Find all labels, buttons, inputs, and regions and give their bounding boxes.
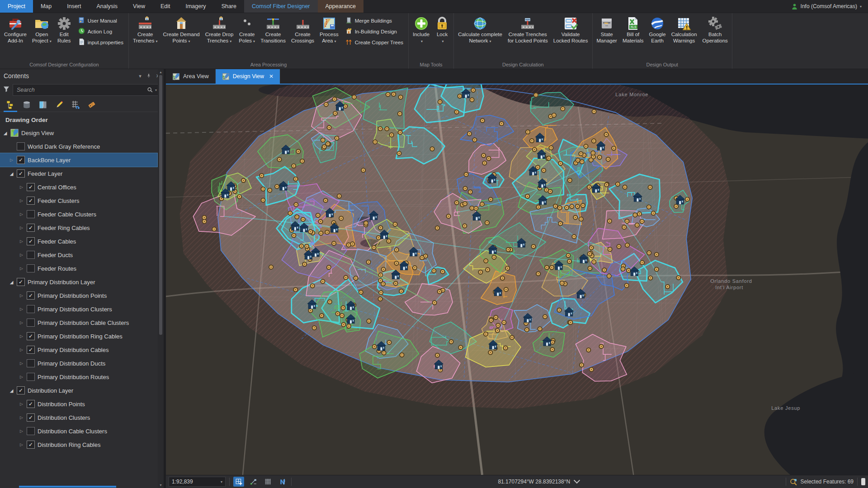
layout-grid-button[interactable]	[233, 477, 244, 487]
search-options-chevron-icon[interactable]: ▾	[155, 88, 157, 92]
ribbon-button-google-earth[interactable]: GoogleEarth	[646, 14, 669, 61]
pin-icon[interactable]	[146, 73, 151, 79]
expander-icon[interactable]: ▷	[19, 266, 24, 271]
layer-item-backbone-layer[interactable]: ▷✓BackBone Layer	[0, 153, 157, 167]
layer-item-feeder-ducts[interactable]: ▷Feeder Ducts	[0, 248, 157, 262]
ribbon-button-edit-rules[interactable]: EditRules	[54, 14, 74, 61]
ribbon-button-merge-buildings[interactable]: Merge Buildings	[343, 16, 405, 25]
map-scale-select[interactable]: 1:92,839 ▾	[169, 477, 226, 487]
expander-icon[interactable]: ◢	[9, 171, 14, 176]
layer-checkbox[interactable]	[27, 264, 35, 272]
menu-tab-share[interactable]: Share	[214, 0, 244, 13]
ribbon-button-calculation-warnings[interactable]: CalculationWarnings	[669, 14, 700, 61]
selected-features[interactable]: Selected Features: 69	[790, 478, 854, 486]
expander-icon[interactable]: ▷	[19, 347, 24, 352]
horizontal-scrollbar[interactable]	[19, 486, 116, 488]
close-icon[interactable]: ✕	[269, 73, 274, 80]
menu-tab-analysis[interactable]: Analysis	[89, 0, 126, 13]
expander-icon[interactable]: ▷	[19, 442, 24, 447]
layer-checkbox[interactable]: ✓	[27, 197, 35, 205]
account-info[interactable]: Info (Comsof Americas) ▾	[785, 0, 868, 13]
layer-item-feeder-clusters[interactable]: ▷✓Feeder Clusters	[0, 194, 157, 207]
layer-item-feeder-ring-cables[interactable]: ▷✓Feeder Ring Cables	[0, 221, 157, 235]
expander-icon[interactable]: ▷	[19, 361, 24, 366]
layer-item-distribution-clusters[interactable]: ▷✓Distribution Clusters	[0, 411, 157, 424]
ribbon-button-create-demand-points[interactable]: Create DemandPoints▾	[160, 14, 203, 61]
search-icon[interactable]	[147, 87, 153, 93]
layer-checkbox[interactable]	[27, 251, 35, 259]
layer-item-feeder-cable-clusters[interactable]: ▷Feeder Cable Clusters	[0, 207, 157, 221]
expander-icon[interactable]: ▷	[19, 212, 24, 216]
layer-item-feeder-routes[interactable]: ▷Feeder Routes	[0, 262, 157, 275]
ribbon-button-lock[interactable]: Lock▾	[432, 14, 452, 61]
expander-icon[interactable]: ▷	[19, 402, 24, 406]
filter-icon[interactable]	[3, 85, 10, 94]
layer-item-primary-distribution-cable-clusters[interactable]: ▷Primary Distribution Cable Clusters	[0, 316, 157, 329]
list-by-drawing-order-icon[interactable]	[4, 99, 17, 112]
ribbon-button-in-building-design[interactable]: In-Building Design	[343, 27, 405, 36]
expander-icon[interactable]: ▷	[19, 375, 24, 379]
expander-icon[interactable]: ▷	[19, 253, 24, 257]
menu-tab-edit[interactable]: Edit	[153, 0, 178, 13]
vertical-scrollbar[interactable]: ▲ ▼	[158, 69, 164, 488]
layer-item-primary-distribution-clusters[interactable]: ▷Primary Distribution Clusters	[0, 302, 157, 316]
layer-checkbox[interactable]: ✓	[27, 332, 35, 340]
layer-item-distribution-cable-clusters[interactable]: ▷Distribution Cable Clusters	[0, 424, 157, 438]
menu-tab-map[interactable]: Map	[33, 0, 59, 13]
layer-checkbox[interactable]	[27, 373, 35, 381]
layer-item-primary-distribution-cables[interactable]: ▷✓Primary Distribution Cables	[0, 343, 157, 357]
layer-item-primary-distribution-layer[interactable]: ◢✓Primary Distribution Layer	[0, 275, 157, 289]
view-tab-area-view[interactable]: Area View	[166, 69, 216, 84]
ribbon-button-validate-locked-routes[interactable]: ValidateLocked Routes	[551, 14, 591, 61]
ribbon-button-batch-operations[interactable]: BatchOperations	[700, 14, 731, 61]
menu-tab-appearance[interactable]: Appearance	[318, 0, 363, 13]
layer-item-central-offices[interactable]: ▷✓Central Offices	[0, 180, 157, 194]
layer-checkbox[interactable]: ✓	[27, 400, 35, 408]
layer-item-feeder-layer[interactable]: ◢✓Feeder Layer	[0, 167, 157, 180]
ribbon-button-process-area[interactable]: ProcessArea▾	[317, 14, 341, 61]
expander-icon[interactable]: ▷	[19, 320, 24, 325]
expander-icon[interactable]: ◢	[9, 388, 14, 393]
ribbon-button-create-crossings[interactable]: CreateCrossings	[288, 14, 317, 61]
menu-tab-comsof-fiber-designer[interactable]: Comsof Fiber Designer	[244, 0, 318, 13]
list-by-labeling-icon[interactable]	[85, 99, 99, 112]
pane-options-chevron-icon[interactable]: ▾	[139, 73, 142, 79]
scroll-down-icon[interactable]: ▼	[159, 482, 162, 488]
expander-icon[interactable]: ▷	[19, 239, 24, 244]
expander-icon[interactable]: ▷	[19, 198, 24, 203]
layer-checkbox[interactable]: ✓	[17, 156, 25, 164]
list-by-editing-icon[interactable]	[52, 99, 66, 112]
navigate-button[interactable]	[277, 477, 288, 487]
expander-icon[interactable]: ▷	[19, 429, 24, 433]
layer-checkbox[interactable]: ✓	[17, 278, 25, 286]
expander-icon[interactable]: ▷	[9, 158, 14, 162]
list-by-selection-icon[interactable]	[36, 99, 50, 112]
layer-checkbox[interactable]	[27, 359, 35, 367]
layer-item-feeder-cables[interactable]: ▷✓Feeder Cables	[0, 235, 157, 248]
layer-checkbox[interactable]: ✓	[27, 224, 35, 232]
ribbon-button-configure-add-in[interactable]: ConfigureAdd-In	[1, 14, 29, 61]
layer-checkbox[interactable]	[27, 305, 35, 313]
list-by-data-source-icon[interactable]	[20, 99, 33, 112]
layer-checkbox[interactable]: ✓	[27, 183, 35, 191]
ribbon-button-create-trenches[interactable]: CreateTrenches▾	[130, 14, 160, 61]
expander-icon[interactable]: ▷	[19, 185, 24, 189]
menu-tab-project[interactable]: Project	[0, 0, 33, 13]
menu-tab-insert[interactable]: Insert	[59, 0, 89, 13]
ribbon-button-state-manager[interactable]: StateManager	[594, 14, 620, 61]
layer-checkbox[interactable]: ✓	[17, 386, 25, 394]
expander-icon[interactable]: ▷	[19, 293, 24, 298]
layer-item-primary-distribution-ring-cables[interactable]: ▷✓Primary Distribution Ring Cables	[0, 329, 157, 343]
layer-checkbox[interactable]	[17, 142, 25, 150]
ribbon-button-open-project[interactable]: OpenProject▾	[29, 14, 54, 61]
layer-item-distribution-ring-cables[interactable]: ▷✓Distribution Ring Cables	[0, 438, 157, 451]
ribbon-button-calculate-complete-network[interactable]: Calculate completeNetwork▾	[455, 14, 505, 61]
layer-checkbox[interactable]	[27, 319, 35, 327]
scroll-up-icon[interactable]: ▲	[159, 69, 162, 75]
list-by-snapping-icon[interactable]	[69, 99, 82, 112]
layer-checkbox[interactable]	[27, 210, 35, 218]
ribbon-button-include[interactable]: Include▾	[410, 14, 432, 61]
layer-checkbox[interactable]: ✓	[27, 237, 35, 245]
expander-icon[interactable]: ◢	[3, 131, 8, 136]
grid-button[interactable]	[262, 477, 273, 487]
